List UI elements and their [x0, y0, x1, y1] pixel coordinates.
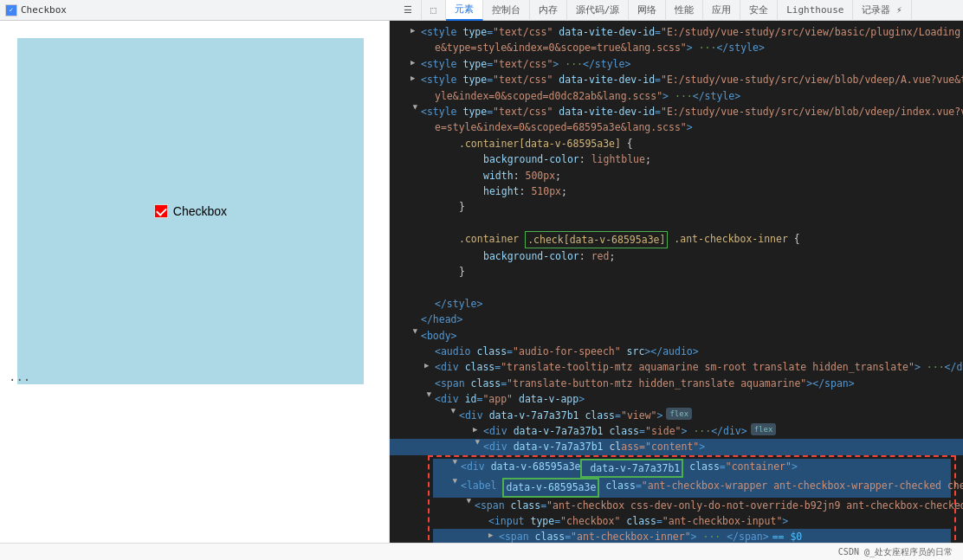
line-style-a[interactable]: ▶ <style type="text/css" data-vite-dev-i… — [390, 72, 963, 87]
devtools-tabs: ☰ ⬚ 元素 控制台 内存 源代码/源 网络 性能 应用 安全 Lighthou… — [395, 0, 958, 21]
triangle-body: ▶ — [410, 329, 422, 339]
dollar-zero: == $0 — [772, 529, 803, 543]
line-style-a-2: yle&index=0&scoped=d0dc82ab&lang.scss"> … — [390, 88, 963, 104]
triangle-content: ▶ — [472, 441, 484, 451]
line-div-content[interactable]: ▶ <div data-v-7a7a37b1 class="content"> — [390, 439, 963, 454]
checkbox-preview: Checkbox — [17, 38, 364, 384]
tab-elements[interactable]: 元素 — [446, 0, 483, 21]
spacer-line — [390, 216, 963, 231]
line-div-side[interactable]: ▶ <div data-v-7a7a37b1 class="side"> ···… — [390, 423, 963, 439]
green-box-datav2: data-v-68595a3e — [502, 478, 599, 497]
line-style-loading[interactable]: ▶ <style type="text/css" data-vite-dev-i… — [390, 24, 963, 40]
triangle-icon: ▶ — [410, 24, 421, 36]
line-css-bg-red: background-color: red; — [390, 248, 963, 264]
tab-inspect[interactable]: ⬚ — [422, 0, 446, 21]
line-div-container[interactable]: ▶ <div data-v-68595a3e data-v-7a7a37b1 c… — [433, 459, 951, 478]
triangle-icon-a: ▶ — [410, 72, 421, 84]
checkbox-input[interactable] — [154, 204, 168, 218]
app-title-area: ✓ Checkbox — [5, 4, 395, 16]
line-css-bg: background-color: lightblue; — [390, 151, 963, 167]
left-panel: Checkbox ··· — [0, 21, 390, 543]
line-css-close-2: } — [390, 264, 963, 280]
line-css-selector-1: .container[data-v-68595a3e] { — [390, 136, 963, 151]
bottom-bar: CSDN @_处女座程序员的日常 — [0, 543, 963, 560]
line-div-view[interactable]: ▶ <div data-v-7a7a37b1 class="view"> fle… — [390, 408, 963, 423]
triangle-side: ▶ — [473, 423, 483, 435]
ellipsis: ··· — [9, 373, 30, 387]
triangle-icon-index: ▶ — [410, 105, 422, 115]
triangle-inner: ▶ — [488, 529, 499, 541]
top-bar: ✓ Checkbox ☰ ⬚ 元素 控制台 内存 源代码/源 网络 性能 应用 … — [0, 0, 963, 21]
green-outline-datav: data-v-7a7a37b1 — [580, 459, 683, 478]
app-title: Checkbox — [21, 4, 67, 16]
triangle-label: ▶ — [449, 479, 462, 489]
checkbox-demo[interactable]: Checkbox — [154, 204, 227, 218]
line-div-translate[interactable]: ▶ <div class="translate-tooltip-mtz aqua… — [390, 359, 963, 375]
tab-memory[interactable]: 内存 — [530, 0, 567, 21]
line-css-height: height: 510px; — [390, 183, 963, 199]
triangle-view: ▶ — [448, 409, 460, 419]
line-css-selector-2: .container .check[data-v-68595a3e] .ant-… — [390, 231, 963, 248]
triangle-container: ▶ — [449, 460, 462, 470]
tab-recorder[interactable]: 记录器 ⚡ — [853, 0, 911, 21]
tab-application[interactable]: 应用 — [703, 0, 740, 21]
line-css-width: width: 500px; — [390, 168, 963, 183]
tab-lighthouse[interactable]: Lighthouse — [778, 0, 853, 21]
line-audio[interactable]: <audio class="audio-for-speech" src></au… — [390, 344, 963, 359]
line-style-index[interactable]: ▶ <style type="text/css" data-vite-dev-i… — [390, 104, 963, 119]
line-style-close: </style> — [390, 296, 963, 312]
line-input-cb: <input type="checkbox" class="ant-checkb… — [433, 513, 951, 529]
line-head-close: </head> — [390, 312, 963, 327]
line-style-loading-2: e&type=style&index=0&scope=true&lang.scs… — [390, 40, 963, 55]
tab-console[interactable]: 控制台 — [483, 0, 530, 21]
line-style-2[interactable]: ▶ <style type="text/css"> ···</style> — [390, 56, 963, 72]
tab-sources[interactable]: 源代码/源 — [567, 0, 630, 21]
main-content: Checkbox ··· ▶ <style type="text/css" da… — [0, 21, 963, 543]
line-body-open[interactable]: ▶ <body> — [390, 328, 963, 344]
green-outline-check: .check[data-v-68595a3e] — [525, 231, 668, 248]
line-span-inner[interactable]: ▶ <span class="ant-checkbox-inner"> ··· … — [433, 529, 951, 543]
tab-menu[interactable]: ☰ — [395, 0, 422, 21]
triangle-icon-2: ▶ — [410, 56, 421, 68]
checkbox-label: Checkbox — [173, 204, 227, 218]
line-style-index-2: e=style&index=0&scoped=68595a3e&lang.scs… — [390, 119, 963, 135]
devtools-elements-panel[interactable]: ▶ <style type="text/css" data-vite-dev-i… — [390, 21, 963, 543]
credit-text: CSDN @_处女座程序员的日常 — [838, 546, 953, 558]
triangle-span-cb: ▶ — [463, 499, 475, 509]
line-span-translate: <span class="translate-button-mtz hidden… — [390, 376, 963, 391]
line-span-checkbox[interactable]: ▶ <span class="ant-checkbox css-dev-only… — [433, 498, 951, 513]
line-css-close-1: } — [390, 199, 963, 215]
triangle-app: ▶ — [423, 392, 436, 402]
line-label[interactable]: ▶ <label data-v-68595a3e class="ant-chec… — [433, 478, 951, 497]
tab-performance[interactable]: 性能 — [666, 0, 703, 21]
tab-security[interactable]: 安全 — [740, 0, 778, 21]
line-div-app[interactable]: ▶ <div id="app" data-v-app> — [390, 391, 963, 407]
triangle-translate: ▶ — [424, 359, 435, 371]
tab-network[interactable]: 网络 — [629, 0, 666, 21]
spacer-line2 — [390, 280, 963, 296]
red-dashed-container: ▶ <div data-v-68595a3e data-v-7a7a37b1 c… — [428, 455, 956, 543]
app-favicon: ✓ — [5, 4, 17, 16]
